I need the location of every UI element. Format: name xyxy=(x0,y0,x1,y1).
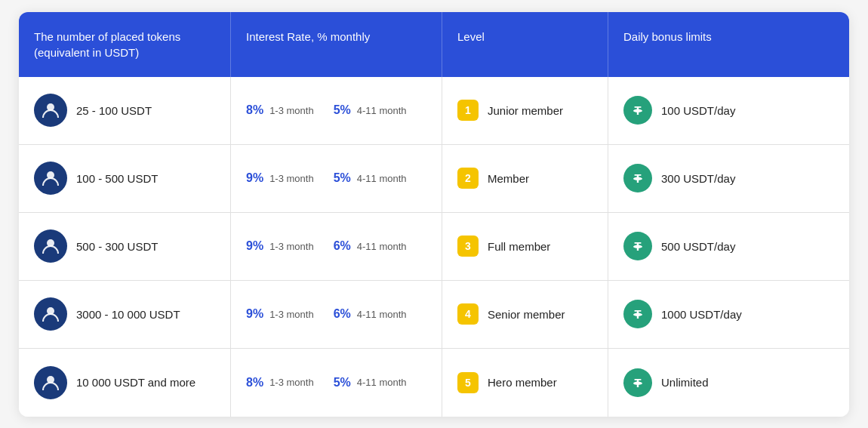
table-row: 10 000 USDT and more 8% 1-3 month 5% 4-1… xyxy=(19,349,849,417)
rate-cell: 9% 1-3 month 6% 4-11 month xyxy=(230,213,442,280)
level-badge: 2 xyxy=(457,168,479,189)
rate1-label: 1-3 month xyxy=(269,173,314,184)
rate1-percent: 8% xyxy=(246,103,263,117)
membership-table: The number of placed tokens (equivalent … xyxy=(19,12,849,417)
avatar-icon xyxy=(34,366,67,399)
table-body: 25 - 100 USDT 8% 1-3 month 5% 4-11 month… xyxy=(19,77,849,417)
rate2-label: 4-11 month xyxy=(357,241,407,252)
level-name: Hero member xyxy=(488,376,557,389)
tokens-cell: 25 - 100 USDT xyxy=(19,77,230,144)
level-name: Senior member xyxy=(488,308,565,321)
header-interest: Interest Rate, % monthly xyxy=(230,12,442,77)
level-name: Member xyxy=(488,172,529,185)
rate-cell: 8% 1-3 month 5% 4-11 month xyxy=(230,349,442,417)
range-text: 10 000 USDT and more xyxy=(76,376,195,389)
bonus-cell: 100 USDT/day xyxy=(608,77,849,144)
tether-icon xyxy=(623,368,652,397)
rate2-label: 4-11 month xyxy=(357,309,407,320)
range-text: 25 - 100 USDT xyxy=(76,104,152,117)
level-name: Junior member xyxy=(488,104,563,117)
level-cell: 1 Junior member xyxy=(442,77,608,144)
tokens-cell: 500 - 300 USDT xyxy=(19,213,230,280)
rate2-label: 4-11 month xyxy=(357,377,407,388)
bonus-text: 100 USDT/day xyxy=(661,104,735,117)
table-row: 500 - 300 USDT 9% 1-3 month 6% 4-11 mont… xyxy=(19,213,849,281)
level-badge: 1 xyxy=(457,100,479,121)
bonus-cell: 500 USDT/day xyxy=(608,213,849,280)
tokens-cell: 100 - 500 USDT xyxy=(19,145,230,212)
rate1-label: 1-3 month xyxy=(269,309,314,320)
rate-cell: 8% 1-3 month 5% 4-11 month xyxy=(230,77,442,144)
level-badge: 3 xyxy=(457,236,479,257)
avatar-icon xyxy=(34,297,67,331)
header-bonus: Daily bonus limits xyxy=(608,12,849,77)
level-cell: 4 Senior member xyxy=(442,281,608,348)
rate1-percent: 9% xyxy=(246,239,263,253)
level-name: Full member xyxy=(488,240,550,253)
bonus-cell: Unlimited xyxy=(608,349,849,417)
rate-cell: 9% 1-3 month 5% 4-11 month xyxy=(230,145,442,212)
tokens-cell: 10 000 USDT and more xyxy=(19,349,230,417)
tether-icon xyxy=(623,164,652,192)
header-level: Level xyxy=(442,12,608,77)
tether-icon xyxy=(623,232,652,260)
table-row: 3000 - 10 000 USDT 9% 1-3 month 6% 4-11 … xyxy=(19,281,849,349)
table-row: 25 - 100 USDT 8% 1-3 month 5% 4-11 month… xyxy=(19,77,849,145)
rate2-percent: 5% xyxy=(334,103,351,117)
bonus-text: 300 USDT/day xyxy=(661,172,735,185)
range-text: 100 - 500 USDT xyxy=(76,172,158,185)
rate2-label: 4-11 month xyxy=(357,173,407,184)
tokens-cell: 3000 - 10 000 USDT xyxy=(19,281,230,348)
avatar-icon xyxy=(34,162,67,195)
bonus-cell: 300 USDT/day xyxy=(608,145,849,212)
range-text: 3000 - 10 000 USDT xyxy=(76,308,180,321)
rate2-percent: 5% xyxy=(334,376,351,390)
level-badge: 4 xyxy=(457,303,479,325)
rate2-percent: 6% xyxy=(334,239,351,253)
tether-icon xyxy=(623,96,652,125)
rate1-percent: 8% xyxy=(246,376,263,390)
rate-cell: 9% 1-3 month 6% 4-11 month xyxy=(230,281,442,348)
table-header: The number of placed tokens (equivalent … xyxy=(19,12,849,77)
bonus-text: 500 USDT/day xyxy=(661,240,735,253)
rate2-percent: 5% xyxy=(334,171,351,185)
rate1-label: 1-3 month xyxy=(269,105,314,116)
rate2-percent: 6% xyxy=(334,307,351,321)
bonus-text: Unlimited xyxy=(661,376,709,389)
avatar-icon xyxy=(34,94,67,127)
rate1-percent: 9% xyxy=(246,171,263,185)
rate1-percent: 9% xyxy=(246,307,263,321)
avatar-icon xyxy=(34,229,67,263)
level-badge: 5 xyxy=(457,372,479,393)
bonus-text: 1000 USDT/day xyxy=(661,308,742,321)
level-cell: 5 Hero member xyxy=(442,349,608,417)
table-row: 100 - 500 USDT 9% 1-3 month 5% 4-11 mont… xyxy=(19,145,849,213)
header-tokens: The number of placed tokens (equivalent … xyxy=(19,12,230,77)
range-text: 500 - 300 USDT xyxy=(76,240,158,253)
level-cell: 3 Full member xyxy=(442,213,608,280)
bonus-cell: 1000 USDT/day xyxy=(608,281,849,348)
rate1-label: 1-3 month xyxy=(269,241,314,252)
level-cell: 2 Member xyxy=(442,145,608,212)
rate1-label: 1-3 month xyxy=(269,377,314,388)
tether-icon xyxy=(623,300,652,328)
rate2-label: 4-11 month xyxy=(357,105,407,116)
